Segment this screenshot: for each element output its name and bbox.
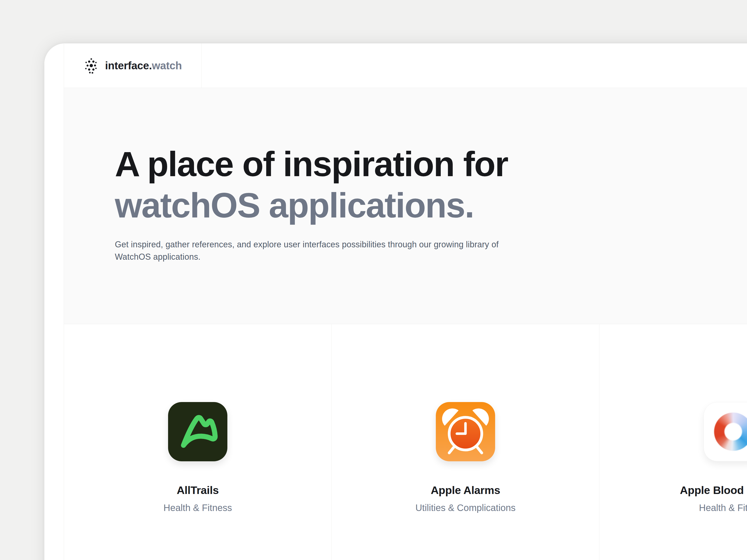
alarm-clock-icon (436, 402, 495, 461)
app-card-apple-alarms[interactable]: Apple Alarms Utilities & Complications (332, 324, 599, 560)
page-title-line1: A place of inspiration for (115, 144, 508, 184)
brand-name-primary: interface. (105, 59, 152, 72)
app-name: Apple Blood Oxygen (680, 484, 747, 497)
app-grid: AllTrails Health & Fitness (64, 324, 747, 560)
app-name: Apple Alarms (431, 484, 500, 497)
brand-name: interface.watch (105, 59, 182, 72)
header-spacer (202, 44, 747, 88)
gradient-ring (714, 412, 747, 451)
page-title-line2: watchOS applications. (115, 185, 747, 226)
page-title: A place of inspiration forwatchOS applic… (115, 143, 747, 226)
site-container: interface.watch A place of inspiration f… (44, 44, 747, 560)
page-subtitle-line1: Get inspired, gather references, and exp… (115, 240, 499, 249)
page: interface.watch A place of inspiration f… (0, 0, 747, 560)
dot-burst-icon (83, 56, 99, 75)
app-card-alltrails[interactable]: AllTrails Health & Fitness (64, 324, 332, 560)
page-subtitle-line2: WatchOS applications. (115, 252, 201, 262)
left-gutter-column (44, 44, 64, 560)
app-name: AllTrails (177, 484, 219, 497)
app-card-apple-blood-oxygen[interactable]: Apple Blood Oxygen Health & Fitness (599, 324, 747, 560)
alltrails-mountain-icon (168, 402, 227, 461)
brand-logo[interactable]: interface.watch (64, 44, 202, 88)
brand-name-secondary: watch (152, 59, 182, 72)
hero-section: A place of inspiration forwatchOS applic… (64, 88, 747, 324)
site-header: interface.watch (64, 44, 747, 88)
app-category: Health & Fitness (699, 503, 747, 513)
blood-oxygen-ring-icon (703, 402, 747, 461)
app-category: Health & Fitness (163, 503, 232, 513)
page-subtitle: Get inspired, gather references, and exp… (115, 238, 652, 263)
app-category: Utilities & Complications (415, 503, 515, 513)
